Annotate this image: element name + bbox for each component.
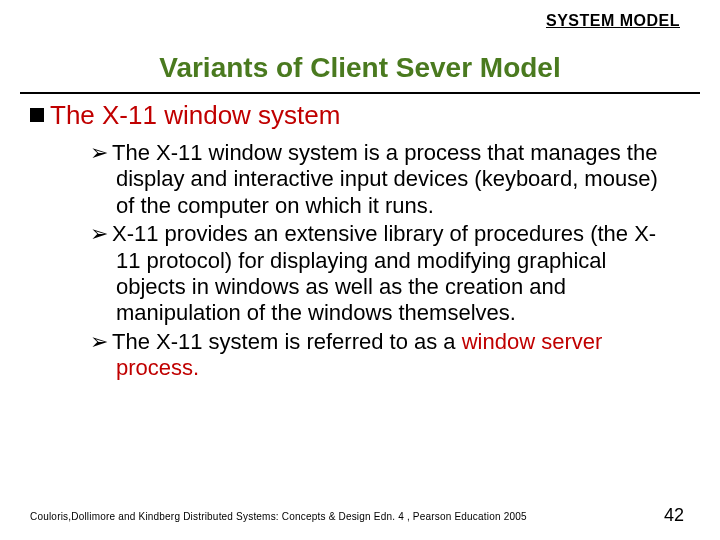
- footer-citation: Couloris,Dollimore and Kindberg Distribu…: [30, 511, 527, 522]
- square-bullet-icon: [30, 108, 44, 122]
- list-item: ➢The X-11 window system is a process tha…: [90, 140, 680, 219]
- arrow-bullet-icon: ➢: [90, 221, 112, 247]
- list-item-text: The X-11 system is referred to as a: [112, 329, 462, 354]
- page-number: 42: [664, 505, 684, 526]
- header-label: SYSTEM MODEL: [546, 12, 680, 30]
- list-item-text: The X-11 window system is a process that…: [112, 140, 658, 218]
- arrow-bullet-icon: ➢: [90, 140, 112, 166]
- title-underline: [20, 92, 700, 94]
- list-item-text: X-11 provides an extensive library of pr…: [112, 221, 656, 325]
- list-item: ➢The X-11 system is referred to as a win…: [90, 329, 680, 382]
- subheading-text: The X-11 window system: [50, 100, 340, 130]
- subheading: The X-11 window system: [30, 100, 680, 131]
- body-list: ➢The X-11 window system is a process tha…: [90, 140, 680, 384]
- arrow-bullet-icon: ➢: [90, 329, 112, 355]
- list-item: ➢X-11 provides an extensive library of p…: [90, 221, 680, 327]
- slide-title: Variants of Client Sever Model: [0, 52, 720, 90]
